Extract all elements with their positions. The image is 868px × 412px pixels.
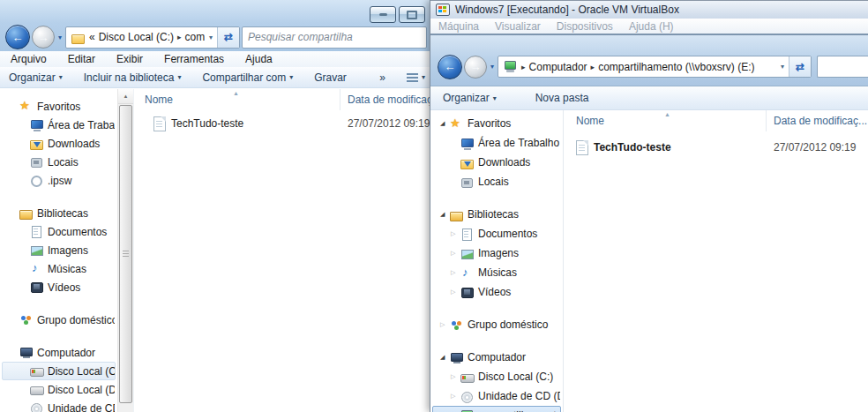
breadcrumb-computer[interactable]: Computador [529, 61, 587, 73]
sidebar-item-m-sicas[interactable]: ▷Músicas [432, 263, 561, 282]
minimize-button[interactable] [370, 6, 396, 23]
forward-button[interactable]: → [32, 26, 55, 49]
menu-arquivo[interactable]: Arquivo [11, 53, 47, 65]
search-input[interactable]: Pesquisar compartilha [242, 26, 427, 49]
vbox-title-bar[interactable]: Windows7 [Executando] - Oracle VM Virtua… [430, 0, 868, 19]
sidebar-item-disco-local-c[interactable]: ▷Disco Local (C:) [432, 367, 561, 386]
search-input[interactable] [817, 56, 868, 78]
vbox-menu-maquina[interactable]: Máquina [438, 20, 479, 33]
file-row[interactable]: TechTudo-teste 27/07/2012 09:19 [134, 115, 432, 132]
expander-collapsed-icon[interactable]: ▷ [451, 230, 460, 237]
downloads-icon [460, 156, 475, 169]
sidebar-item-v-deos[interactable]: ▷Vídeos [432, 282, 561, 302]
sidebar-item-downloads[interactable]: Downloads [432, 153, 561, 172]
sidebar-item-rea-de-trabalho[interactable]: Área de Trabalho [432, 133, 561, 153]
menu-ajuda[interactable]: Ajuda [245, 53, 273, 65]
desktop-icon [30, 118, 44, 131]
sidebar-item-rea-de-trabalho[interactable]: Área de Trabalho [2, 116, 116, 134]
maximize-button[interactable] [399, 6, 425, 23]
sidebar-item-ipsw[interactable]: .ipsw [2, 171, 116, 190]
vbox-menu-visualizar[interactable]: Visualizar [495, 20, 541, 33]
sidebar-item-unidade-de-cd-d-v[interactable]: ▷Unidade de CD (D:) V [432, 386, 561, 406]
sidebar-item-label: Documentos [478, 228, 537, 240]
scroll-up-button[interactable]: ▲ [118, 89, 133, 104]
breadcrumb-share[interactable]: compartilhamento (\\vboxsrv) (E:) [598, 61, 754, 73]
sidebar-item-v-deos[interactable]: Vídeos [2, 278, 116, 296]
address-dropdown-icon[interactable]: ▾ [776, 63, 789, 71]
image-icon [460, 247, 475, 260]
sidebar-item-favoritos[interactable]: Favoritos [2, 97, 116, 116]
sidebar-item-label: Área de Trabalho [48, 119, 116, 131]
downloads-icon [30, 137, 44, 150]
sidebar-item-imagens[interactable]: ▷Imagens [432, 243, 561, 263]
sidebar-item-locais[interactable]: Locais [432, 172, 561, 191]
sidebar-item-grupo-dom-stico[interactable]: ▷Grupo doméstico [432, 315, 561, 334]
sidebar-item-computador[interactable]: ◢Computador [432, 348, 561, 367]
sidebar-item-label: Disco Local (D:) [48, 384, 116, 396]
expander-collapsed-icon[interactable]: ▷ [451, 288, 460, 296]
sidebar-item-grupo-dom-stico[interactable]: Grupo doméstico [2, 311, 116, 329]
chevron-down-icon: ▾ [289, 73, 293, 81]
guest-address-bar: ← → ▾ ▸ Computador ▸ compartilhamento (\… [430, 35, 868, 86]
forward-button[interactable]: → [464, 56, 487, 79]
music-icon [460, 266, 475, 280]
sidebar-item-documentos[interactable]: Documentos [2, 222, 116, 241]
expander-expanded-icon[interactable]: ◢ [440, 120, 450, 127]
expander-collapsed-icon[interactable]: ▷ [451, 269, 460, 276]
refresh-icon: ⇄ [224, 31, 233, 43]
organize-button[interactable]: Organizar▾ [443, 92, 497, 104]
places-icon [30, 155, 44, 169]
sidebar-item-documentos[interactable]: ▷Documentos [432, 224, 561, 243]
menu-ferramentas[interactable]: Ferramentas [164, 53, 224, 65]
sidebar-item-m-sicas[interactable]: Músicas [2, 259, 116, 278]
sidebar-item-bibliotecas[interactable]: ◢Bibliotecas [432, 205, 561, 224]
expander-expanded-icon[interactable]: ◢ [440, 354, 450, 361]
sidebar-item-compartilhamento[interactable]: ▷compartilhamento ( [432, 406, 561, 412]
file-date: 27/07/2012 09:19 [767, 141, 868, 154]
menu-exibir[interactable]: Exibir [116, 53, 143, 65]
vbox-menu-dispositivos[interactable]: Dispositivos [557, 20, 613, 33]
sidebar-item-imagens[interactable]: Imagens [2, 241, 116, 259]
sidebar-item-locais[interactable]: Locais [2, 153, 116, 171]
address-field[interactable]: ▸ Computador ▸ compartilhamento (\\vboxs… [498, 56, 812, 78]
sidebar-item-unidade-de-cd-f[interactable]: Unidade de CD (F [2, 399, 116, 412]
sidebar-item-label: Downloads [48, 138, 100, 150]
refresh-button[interactable]: ⇄ [217, 27, 239, 48]
expander-collapsed-icon[interactable]: ▷ [451, 373, 460, 380]
history-dropdown-icon[interactable]: ▾ [490, 63, 494, 71]
include-in-library-button[interactable]: Incluir na biblioteca▾ [84, 71, 182, 84]
back-button[interactable]: ← [438, 55, 462, 79]
breadcrumb-folder[interactable]: compartilhamento [185, 31, 205, 43]
sidebar-item-disco-local-d[interactable]: Disco Local (D:) [2, 380, 116, 399]
sidebar-item-disco-local-c[interactable]: Disco Local (C:) [2, 362, 116, 380]
address-dropdown-icon[interactable]: ▾ [205, 34, 217, 41]
column-header-date[interactable]: Data de modificaç... [767, 110, 868, 131]
share-with-button[interactable]: Compartilhar com▾ [202, 71, 293, 84]
expander-expanded-icon[interactable]: ◢ [440, 211, 450, 218]
address-field[interactable]: « Disco Local (C:) ▸ compartilhamento ▾ … [65, 26, 240, 49]
vbox-menu-ajuda[interactable]: Ajuda (H) [629, 20, 674, 33]
expander-collapsed-icon[interactable]: ▷ [440, 321, 450, 328]
breadcrumb-drive[interactable]: Disco Local (C:) [99, 31, 174, 43]
column-header-date[interactable]: Data de modificaç... [340, 89, 432, 110]
sidebar-item-bibliotecas[interactable]: Bibliotecas [2, 204, 116, 222]
menu-editar[interactable]: Editar [68, 53, 95, 65]
file-row[interactable]: TechTudo-teste 27/07/2012 09:19 [564, 139, 868, 156]
toolbar-overflow-button[interactable]: » [379, 71, 385, 84]
burn-button[interactable]: Gravar [314, 71, 347, 84]
library-icon [19, 206, 34, 220]
sidebar-item-favoritos[interactable]: ◢Favoritos [432, 114, 561, 133]
scrollbar-thumb[interactable] [119, 105, 132, 403]
new-folder-button[interactable]: Nova pasta [535, 92, 589, 104]
refresh-button[interactable]: ⇄ [789, 56, 811, 77]
sidebar-scrollbar[interactable]: ▲ [117, 89, 133, 412]
expander-collapsed-icon[interactable]: ▷ [451, 250, 460, 257]
sidebar-item-computador[interactable]: Computador [2, 343, 116, 362]
forward-arrow-icon: → [470, 60, 482, 73]
organize-button[interactable]: Organizar▾ [9, 71, 63, 84]
history-dropdown-icon[interactable]: ▾ [58, 34, 62, 41]
back-button[interactable]: ← [5, 25, 30, 49]
sidebar-item-downloads[interactable]: Downloads [2, 134, 116, 153]
change-view-button[interactable]: ▾ [407, 73, 425, 82]
expander-collapsed-icon[interactable]: ▷ [451, 393, 460, 400]
